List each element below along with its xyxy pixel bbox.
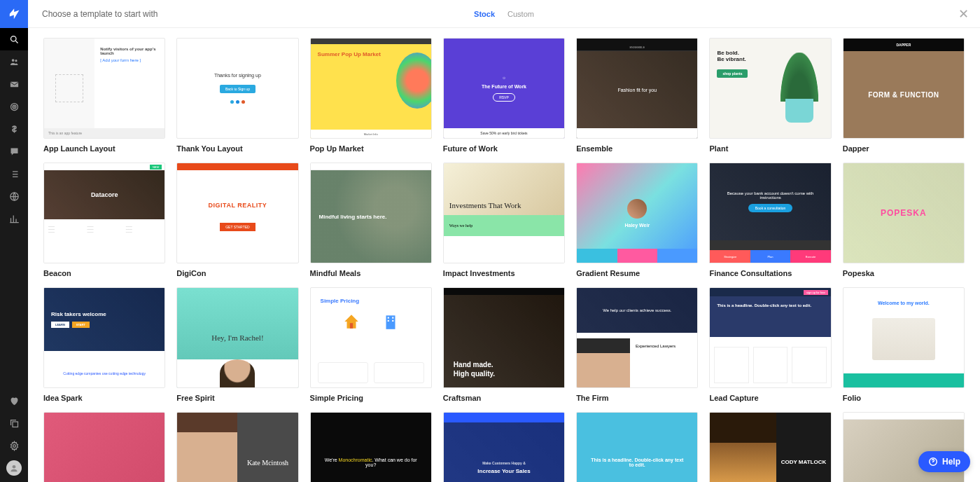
thumb-subheading: High quality. bbox=[454, 370, 554, 378]
template-name: Thank You Layout bbox=[176, 144, 298, 153]
template-card[interactable]: POPESKA Popeska bbox=[843, 163, 965, 277]
svg-point-1 bbox=[11, 59, 14, 62]
template-card[interactable]: NEW Datacore ———————————————————————————… bbox=[43, 163, 165, 277]
nav-audience[interactable] bbox=[0, 50, 28, 73]
nav-target[interactable] bbox=[0, 95, 28, 118]
template-thumbnail: Notify visitors of your app's launch [ A… bbox=[43, 38, 165, 139]
thumb-subheading: Be vibrant. bbox=[717, 56, 763, 62]
thumb-heading: Be bold. bbox=[717, 50, 763, 56]
template-name: Plant bbox=[709, 144, 831, 153]
nav-settings[interactable] bbox=[0, 434, 28, 457]
template-card[interactable]: This is a headline. Double-click any tex… bbox=[576, 412, 698, 482]
template-thumbnail: Summer Pop Up Market Market Info bbox=[310, 38, 432, 139]
thumb-form-placeholder: [ Add your form here ] bbox=[100, 58, 159, 62]
template-card[interactable]: Because your bank account doesn't come w… bbox=[709, 163, 831, 277]
template-gallery: Notify visitors of your app's launch [ A… bbox=[28, 28, 980, 482]
template-thumbnail: Risk takers welcome LEARNSTART Cutting e… bbox=[43, 287, 165, 388]
template-thumbnail: Investments That Work Ways we help bbox=[443, 163, 565, 263]
thumb-heading: Mindful living starts here. bbox=[319, 214, 423, 220]
template-card[interactable]: CODY MATLOCK bbox=[709, 412, 831, 482]
thumb-heading: Thanks for signing up bbox=[214, 73, 261, 78]
template-card[interactable]: ENSEMBLE Fashion fit for you Ensemble bbox=[576, 38, 698, 153]
close-icon[interactable]: ✕ bbox=[958, 8, 969, 20]
nav-list[interactable] bbox=[0, 163, 28, 185]
template-card[interactable]: DAPPER FORM & FUNCTION Dapper bbox=[843, 38, 965, 153]
template-name: DigiCon bbox=[176, 269, 298, 277]
thumb-heading: Datacore bbox=[44, 170, 164, 219]
thumb-heading: DIGITAL REALITY bbox=[209, 202, 267, 209]
template-card[interactable]: Welcome to my world. Folio bbox=[843, 287, 965, 402]
template-card[interactable]: Kate Mcintosh bbox=[176, 412, 298, 482]
template-card[interactable]: Haley Weir Gradient Resume bbox=[576, 163, 698, 277]
template-thumbnail: DIGITAL REALITY GET STARTED bbox=[176, 163, 298, 263]
template-card[interactable]: We help our clients achieve success. Exp… bbox=[576, 287, 698, 402]
template-thumbnail: ⊙ The Future of Work RSVP Save 50% on ea… bbox=[443, 38, 565, 139]
thumb-logo: ENSEMBLE bbox=[629, 46, 645, 49]
thumb-caption: Save 50% on early bird tickets bbox=[444, 128, 564, 138]
help-button[interactable]: Help bbox=[918, 451, 970, 472]
thumb-heading: Welcome to my world. bbox=[852, 301, 955, 305]
nav-account-avatar[interactable] bbox=[0, 457, 28, 479]
thumb-heading: Because your bank account doesn't come w… bbox=[720, 191, 820, 200]
thumb-heading: Hand made. bbox=[454, 361, 554, 369]
thumb-heading: We help our clients achieve success. bbox=[577, 288, 697, 333]
thumb-caption: This is an app feature bbox=[44, 128, 164, 138]
main-panel: Choose a template to start with Stock Cu… bbox=[28, 0, 980, 482]
thumb-button: GET STARTED bbox=[220, 223, 255, 231]
template-card[interactable]: Risk takers welcome LEARNSTART Cutting e… bbox=[43, 287, 165, 402]
template-thumbnail: Simple Pricing bbox=[310, 287, 432, 388]
svg-point-6 bbox=[13, 106, 14, 106]
template-name: Dapper bbox=[843, 144, 965, 153]
template-name: Folio bbox=[843, 394, 965, 402]
thumb-heading: Increase Your Sales bbox=[477, 468, 530, 474]
template-card[interactable]: We're Monochromatic. What can we do for … bbox=[310, 412, 432, 482]
template-card[interactable]: Notify visitors of your app's launch [ A… bbox=[43, 38, 165, 153]
app-logo[interactable] bbox=[0, 0, 28, 28]
template-name: Impact Investments bbox=[443, 269, 565, 277]
nav-mail[interactable] bbox=[0, 73, 28, 95]
template-name: The Firm bbox=[576, 394, 698, 402]
template-thumbnail: sign up for free This is a headline. Dou… bbox=[709, 287, 831, 388]
template-card[interactable]: sign up for free This is a headline. Dou… bbox=[709, 287, 831, 402]
nav-chat[interactable] bbox=[0, 140, 28, 163]
tab-custom[interactable]: Custom bbox=[507, 10, 534, 18]
nav-globe[interactable] bbox=[0, 185, 28, 207]
template-thumbnail: NEW Datacore ——————————————————————————— bbox=[43, 163, 165, 263]
template-name: Pop Up Market bbox=[310, 144, 432, 153]
tab-stock[interactable]: Stock bbox=[474, 10, 495, 18]
template-card[interactable]: Simple Pricing Simple Pricing bbox=[310, 287, 432, 402]
template-card[interactable]: DIGITAL REALITY GET STARTED DigiCon bbox=[176, 163, 298, 277]
template-card[interactable]: Hand made. High quality. Craftsman bbox=[443, 287, 565, 402]
template-thumbnail: Be bold. Be vibrant. shop plants bbox=[709, 38, 831, 139]
template-thumbnail: POPESKA bbox=[843, 163, 965, 263]
template-name: Idea Spark bbox=[43, 394, 165, 402]
template-thumbnail: Kate Mcintosh bbox=[176, 412, 298, 482]
nav-analytics[interactable] bbox=[0, 207, 28, 230]
template-thumbnail: Mindful living starts here. bbox=[310, 163, 432, 263]
template-thumbnail: Because your bank account doesn't come w… bbox=[709, 163, 831, 263]
template-name: Beacon bbox=[43, 269, 165, 277]
template-card[interactable]: Summer Pop Up Market Market Info Pop Up … bbox=[310, 38, 432, 153]
template-card[interactable]: Mindful living starts here. Mindful Meal… bbox=[310, 163, 432, 277]
svg-rect-15 bbox=[387, 320, 388, 322]
template-card[interactable]: Hey, I'm Rachel! Free Spirit bbox=[176, 287, 298, 402]
template-card[interactable]: Be bold. Be vibrant. shop plants Plant bbox=[709, 38, 831, 153]
template-thumbnail: Thanks for signing up Back to Sign up bbox=[176, 38, 298, 139]
nav-favorites[interactable] bbox=[0, 390, 28, 412]
template-thumbnail: We're Monochromatic. What can we do for … bbox=[310, 412, 432, 482]
template-card[interactable]: Make Customers Happy & Increase Your Sal… bbox=[443, 412, 565, 482]
nav-copy[interactable] bbox=[0, 412, 28, 434]
thumb-caption: Cutting edge companies use cutting edge … bbox=[44, 359, 164, 387]
template-thumbnail: Make Customers Happy & Increase Your Sal… bbox=[443, 412, 565, 482]
thumb-caption: Market Info bbox=[311, 130, 431, 138]
template-thumbnail: Hand made. High quality. bbox=[443, 287, 565, 388]
template-card[interactable]: ⊙ The Future of Work RSVP Save 50% on ea… bbox=[443, 38, 565, 153]
template-card[interactable]: Hi, I'm Katie. bbox=[43, 412, 165, 482]
nav-billing[interactable] bbox=[0, 118, 28, 140]
svg-point-10 bbox=[13, 465, 16, 469]
template-thumbnail: We help our clients achieve success. Exp… bbox=[576, 287, 698, 388]
template-card[interactable]: Investments That Work Ways we help Impac… bbox=[443, 163, 565, 277]
template-thumbnail: ENSEMBLE Fashion fit for you bbox=[576, 38, 698, 139]
template-card[interactable]: Thanks for signing up Back to Sign up Th… bbox=[176, 38, 298, 153]
nav-search[interactable] bbox=[0, 28, 28, 50]
